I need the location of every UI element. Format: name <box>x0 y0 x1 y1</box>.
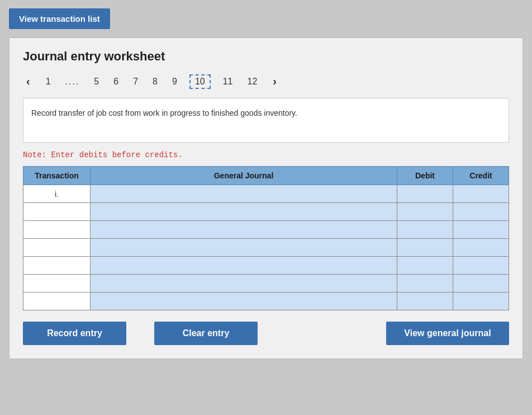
description-box: Record transfer of job cost from work in… <box>23 98 509 143</box>
table-row <box>23 257 509 275</box>
credit-input-0[interactable] <box>453 185 509 202</box>
view-transaction-button[interactable]: View transaction list <box>9 8 110 29</box>
pagination: ‹ 1 .... 5 6 7 8 9 10 11 12 › <box>23 74 509 89</box>
journal-input-0[interactable] <box>91 185 397 202</box>
transaction-cell-0: i. <box>23 185 91 203</box>
page-10-active[interactable]: 10 <box>189 74 211 89</box>
journal-input-1[interactable] <box>91 203 397 220</box>
journal-input-2[interactable] <box>91 221 397 238</box>
journal-input-6[interactable] <box>91 293 397 310</box>
credit-input-6[interactable] <box>453 293 509 310</box>
clear-entry-button[interactable]: Clear entry <box>154 322 258 345</box>
debit-input-2[interactable] <box>397 221 453 238</box>
table-row <box>23 203 509 221</box>
record-entry-button[interactable]: Record entry <box>23 322 126 345</box>
journal-table: Transaction General Journal Debit Credit… <box>23 166 509 310</box>
worksheet-title: Journal entry worksheet <box>23 49 509 64</box>
journal-input-4[interactable] <box>91 257 397 274</box>
table-header-row: Transaction General Journal Debit Credit <box>23 167 509 185</box>
journal-input-5[interactable] <box>91 275 397 292</box>
transaction-cell-1 <box>23 203 91 221</box>
credit-cell-5[interactable] <box>453 275 509 293</box>
debit-cell-6[interactable] <box>397 293 453 310</box>
page-6[interactable]: 6 <box>111 76 121 88</box>
transaction-cell-5 <box>23 275 91 293</box>
credit-input-3[interactable] <box>453 239 509 256</box>
page-dots: .... <box>63 76 82 88</box>
col-credit: Credit <box>453 167 509 185</box>
credit-cell-3[interactable] <box>453 239 509 257</box>
journal-cell-6[interactable] <box>91 293 397 310</box>
page-5[interactable]: 5 <box>92 76 101 88</box>
page-1[interactable]: 1 <box>44 76 53 88</box>
table-row <box>23 239 509 257</box>
credit-input-5[interactable] <box>453 275 509 292</box>
col-transaction: Transaction <box>23 167 91 185</box>
debit-cell-1[interactable] <box>397 203 453 221</box>
journal-cell-5[interactable] <box>91 275 397 293</box>
credit-input-1[interactable] <box>453 203 509 220</box>
debit-input-4[interactable] <box>397 257 453 274</box>
credit-input-4[interactable] <box>453 257 509 274</box>
transaction-cell-2 <box>23 221 91 239</box>
journal-cell-3[interactable] <box>91 239 397 257</box>
journal-cell-2[interactable] <box>91 221 397 239</box>
page-11[interactable]: 11 <box>221 76 235 88</box>
next-page-button[interactable]: › <box>269 74 280 89</box>
debit-cell-5[interactable] <box>397 275 453 293</box>
table-row <box>23 221 509 239</box>
debit-input-1[interactable] <box>397 203 453 220</box>
credit-cell-4[interactable] <box>453 257 509 275</box>
table-row <box>23 293 509 310</box>
page-12[interactable]: 12 <box>245 76 259 88</box>
buttons-row: Record entry Clear entry View general jo… <box>23 322 509 345</box>
journal-cell-0[interactable] <box>91 185 397 203</box>
journal-input-3[interactable] <box>91 239 397 256</box>
table-row <box>23 275 509 293</box>
top-bar: View transaction list <box>0 0 532 37</box>
debit-cell-4[interactable] <box>397 257 453 275</box>
view-general-journal-button[interactable]: View general journal <box>386 322 509 345</box>
prev-page-button[interactable]: ‹ <box>23 74 34 89</box>
col-debit: Debit <box>397 167 453 185</box>
col-journal: General Journal <box>91 167 397 185</box>
main-panel: Journal entry worksheet ‹ 1 .... 5 6 7 8… <box>9 37 523 359</box>
note-text: Note: Enter debits before credits. <box>23 150 509 159</box>
transaction-cell-6 <box>23 293 91 310</box>
table-row: i. <box>23 185 509 203</box>
credit-cell-0[interactable] <box>453 185 509 203</box>
debit-cell-3[interactable] <box>397 239 453 257</box>
credit-input-2[interactable] <box>453 221 509 238</box>
page-8[interactable]: 8 <box>150 76 160 88</box>
debit-input-3[interactable] <box>397 239 453 256</box>
page-7[interactable]: 7 <box>131 76 140 88</box>
journal-cell-4[interactable] <box>91 257 397 275</box>
credit-cell-1[interactable] <box>453 203 509 221</box>
credit-cell-2[interactable] <box>453 221 509 239</box>
journal-cell-1[interactable] <box>91 203 397 221</box>
transaction-cell-3 <box>23 239 91 257</box>
debit-cell-0[interactable] <box>397 185 453 203</box>
debit-input-0[interactable] <box>397 185 453 202</box>
debit-input-5[interactable] <box>397 275 453 292</box>
debit-input-6[interactable] <box>397 293 453 310</box>
transaction-cell-4 <box>23 257 91 275</box>
page-9[interactable]: 9 <box>170 76 179 88</box>
credit-cell-6[interactable] <box>453 293 509 310</box>
debit-cell-2[interactable] <box>397 221 453 239</box>
